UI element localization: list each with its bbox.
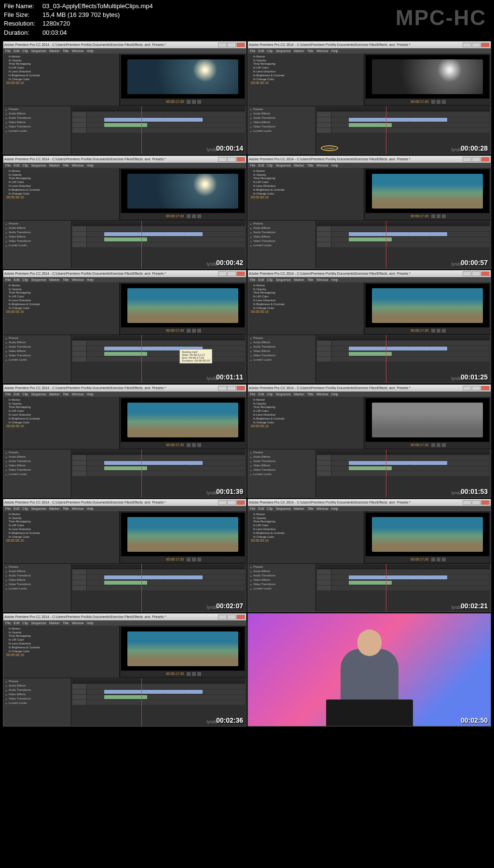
effects-folder[interactable]: Audio Effects bbox=[249, 226, 315, 230]
thumbnail-11[interactable]: 00:02:50 bbox=[247, 613, 491, 727]
effects-folder[interactable]: Presets bbox=[4, 336, 70, 340]
playhead[interactable] bbox=[141, 221, 142, 268]
step-forward-button[interactable] bbox=[442, 558, 446, 561]
timeline-track[interactable] bbox=[72, 700, 245, 705]
thumbnail-4[interactable]: Adobe Premiere Pro CC 2014 - C:\Users\Pr… bbox=[3, 270, 247, 383]
effects-browser[interactable]: PresetsAudio EffectsAudio TransitionsVid… bbox=[3, 678, 71, 726]
menu-item[interactable]: Edit bbox=[14, 392, 19, 396]
timeline-track[interactable] bbox=[72, 346, 245, 351]
minimize-button[interactable] bbox=[463, 157, 471, 162]
timeline-track[interactable] bbox=[317, 357, 490, 362]
maximize-button[interactable] bbox=[472, 271, 480, 276]
effects-folder[interactable]: Video Effects bbox=[4, 235, 70, 239]
effect-control-item[interactable]: fx Opacity bbox=[249, 402, 362, 406]
timeline-ruler[interactable] bbox=[317, 336, 490, 340]
timeline-track[interactable] bbox=[72, 461, 245, 465]
timeline-track[interactable] bbox=[317, 575, 490, 580]
track-header[interactable] bbox=[317, 357, 331, 362]
effects-folder[interactable]: Audio Effects bbox=[4, 455, 70, 459]
menu-item[interactable]: Edit bbox=[258, 49, 264, 53]
timeline-track[interactable] bbox=[72, 112, 245, 117]
timeline-track[interactable] bbox=[317, 586, 490, 590]
effect-control-item[interactable]: fx Change Color bbox=[5, 192, 118, 196]
effect-control-item[interactable]: fx Motion bbox=[249, 284, 362, 288]
timeline-track[interactable] bbox=[72, 570, 245, 574]
menu-item[interactable]: Sequence bbox=[275, 392, 291, 396]
effects-folder[interactable]: Audio Transitions bbox=[4, 345, 70, 349]
effect-control-item[interactable]: fx LRI Color bbox=[249, 524, 362, 528]
menu-item[interactable]: File bbox=[250, 49, 255, 53]
step-forward-button[interactable] bbox=[197, 558, 201, 561]
effect-controls-panel[interactable]: fx Motionfx OpacityTime Remappingfx LRI … bbox=[248, 54, 364, 106]
effect-control-item[interactable]: Time Remapping bbox=[5, 291, 118, 295]
step-forward-button[interactable] bbox=[197, 214, 201, 218]
effect-control-item[interactable]: fx LRI Color bbox=[5, 181, 118, 184]
effects-folder[interactable]: Audio Transitions bbox=[4, 459, 70, 463]
track-header[interactable] bbox=[317, 242, 331, 247]
effects-folder[interactable]: Video Transitions bbox=[4, 239, 70, 243]
effect-control-item[interactable]: fx Brightness & Contrast bbox=[249, 417, 362, 421]
minimize-button[interactable] bbox=[218, 271, 227, 276]
effects-folder[interactable]: Video Transitions bbox=[249, 353, 315, 358]
effect-control-item[interactable]: Time Remapping bbox=[249, 177, 362, 181]
effects-folder[interactable]: Lumetri Looks bbox=[4, 358, 70, 362]
menu-item[interactable]: File bbox=[5, 392, 11, 396]
effect-controls-panel[interactable]: fx Motionfx OpacityTime Remappingfx LRI … bbox=[3, 397, 120, 449]
menu-item[interactable]: File bbox=[250, 278, 255, 281]
menu-item[interactable]: Sequence bbox=[31, 507, 46, 510]
preview-viewport[interactable] bbox=[121, 627, 245, 671]
timeline-track[interactable] bbox=[72, 226, 245, 231]
menu-item[interactable]: Clip bbox=[22, 621, 28, 625]
effects-folder[interactable]: Audio Transitions bbox=[4, 116, 70, 120]
effects-browser[interactable]: PresetsAudio EffectsAudio TransitionsVid… bbox=[3, 106, 71, 154]
menu-item[interactable]: Title bbox=[307, 392, 314, 396]
window-titlebar[interactable]: Adobe Premiere Pro CC 2014 - C:\Users\Pr… bbox=[3, 270, 246, 277]
maximize-button[interactable] bbox=[227, 500, 236, 505]
step-back-button[interactable] bbox=[437, 443, 440, 447]
menu-item[interactable]: File bbox=[5, 278, 11, 281]
menu-item[interactable]: Clip bbox=[267, 164, 273, 167]
effects-folder[interactable]: Audio Transitions bbox=[4, 230, 70, 235]
maximize-button[interactable] bbox=[472, 42, 480, 47]
playhead[interactable] bbox=[141, 678, 142, 726]
timeline-track[interactable] bbox=[317, 346, 490, 351]
effects-folder[interactable]: Video Transitions bbox=[249, 239, 315, 243]
menu-item[interactable]: Sequence bbox=[31, 49, 46, 53]
preview-viewport[interactable] bbox=[121, 55, 245, 98]
effect-control-item[interactable]: fx Opacity bbox=[5, 173, 118, 177]
playhead[interactable] bbox=[386, 335, 386, 383]
timeline-track[interactable] bbox=[72, 351, 245, 356]
effects-folder[interactable]: Audio Effects bbox=[4, 569, 70, 574]
step-back-button[interactable] bbox=[192, 214, 196, 218]
effects-folder[interactable]: Video Transitions bbox=[4, 353, 70, 358]
timeline-track[interactable] bbox=[72, 242, 245, 247]
menu-item[interactable]: Edit bbox=[258, 164, 264, 167]
menu-item[interactable]: Help bbox=[87, 507, 94, 510]
effects-folder[interactable]: Audio Transitions bbox=[249, 459, 315, 463]
minimize-button[interactable] bbox=[218, 157, 227, 162]
effects-folder[interactable]: Video Transitions bbox=[249, 468, 315, 472]
effect-control-item[interactable]: Time Remapping bbox=[5, 62, 118, 66]
menu-item[interactable]: Clip bbox=[267, 49, 273, 53]
effect-control-item[interactable]: fx Motion bbox=[249, 169, 362, 173]
effects-folder[interactable]: Lumetri Looks bbox=[4, 472, 70, 476]
effect-controls-panel[interactable]: fx Motionfx OpacityTime Remappingfx LRI … bbox=[3, 626, 120, 678]
step-back-button[interactable] bbox=[437, 558, 440, 561]
menu-item[interactable]: File bbox=[250, 507, 255, 510]
timeline-track[interactable] bbox=[317, 341, 490, 346]
effect-control-item[interactable]: fx Motion bbox=[5, 398, 118, 402]
minimize-button[interactable] bbox=[218, 386, 227, 391]
menu-item[interactable]: Edit bbox=[14, 278, 19, 281]
menu-item[interactable]: Help bbox=[87, 164, 94, 167]
timeline-ruler[interactable] bbox=[317, 222, 490, 225]
menu-item[interactable]: Window bbox=[72, 278, 84, 281]
effect-control-item[interactable]: fx Change Color bbox=[5, 421, 118, 425]
menu-item[interactable]: Edit bbox=[14, 49, 19, 53]
timeline-track[interactable] bbox=[72, 128, 245, 133]
step-forward-button[interactable] bbox=[197, 443, 201, 447]
menu-item[interactable]: Edit bbox=[258, 392, 264, 396]
maximize-button[interactable] bbox=[227, 386, 236, 391]
timeline-track[interactable] bbox=[317, 117, 490, 122]
track-header[interactable] bbox=[317, 351, 331, 356]
timeline-track[interactable] bbox=[317, 226, 490, 231]
